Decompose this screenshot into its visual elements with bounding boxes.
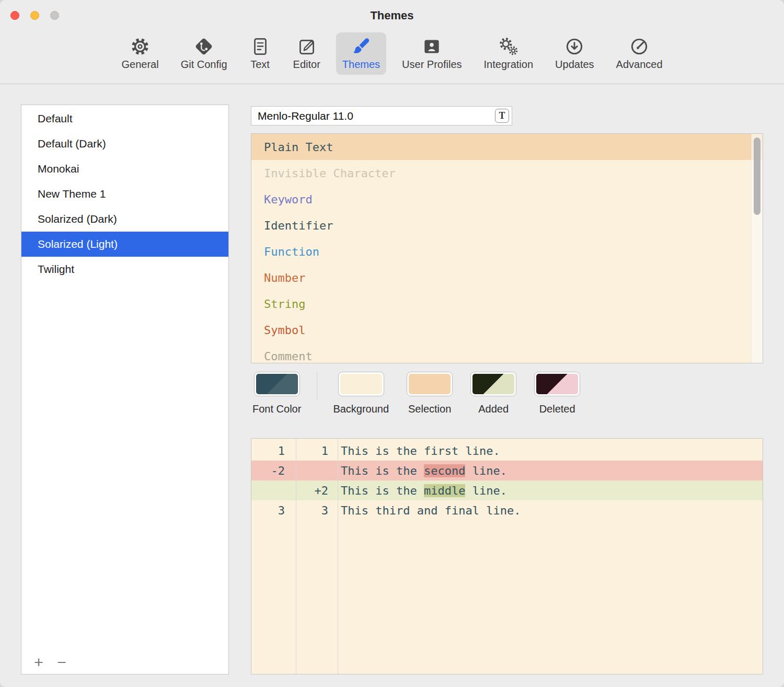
toolbar-item-label: Integration (484, 59, 534, 71)
style-row-string[interactable]: String (251, 291, 763, 317)
swatch-label: Background (333, 403, 389, 415)
diff-old-line-number: 1 (251, 444, 296, 457)
diff-text-segment: This is the first line. (341, 444, 500, 457)
toolbar-item-label: Git Config (181, 59, 227, 71)
style-row-plain-text[interactable]: Plain Text (251, 134, 763, 160)
theme-list-item-default[interactable]: Default (21, 106, 228, 131)
toolbar-item-integration[interactable]: Integration (478, 32, 540, 75)
diff-row-context: 11This is the first line. (251, 441, 763, 461)
swatch-well-deleted[interactable] (534, 372, 580, 396)
toolbar-item-label: Updates (555, 59, 594, 71)
gutter-divider-2 (338, 439, 338, 674)
toolbar-item-updates[interactable]: Updates (549, 32, 601, 75)
theme-list: DefaultDefault (Dark)MonokaiNew Theme 1S… (21, 105, 228, 282)
swatch-well-selection[interactable] (407, 372, 453, 396)
scrollbar-track[interactable] (751, 134, 763, 363)
theme-list-panel: DefaultDefault (Dark)MonokaiNew Theme 1S… (21, 105, 229, 674)
toolbar-item-label: Editor (293, 59, 320, 71)
toolbar-item-text[interactable]: Text (243, 32, 278, 75)
diff-old-line-number: -2 (251, 464, 296, 477)
swatch-group-deleted: Deleted (534, 372, 580, 415)
style-name: Identifier (264, 219, 333, 232)
font-value: Menlo-Regular 11.0 (258, 110, 353, 122)
diff-text: This is the middle line. (338, 484, 763, 497)
diff-new-line-number: 3 (296, 504, 338, 517)
titlebar: Themes (0, 0, 784, 31)
swatch-well-background[interactable] (338, 372, 384, 396)
swatch-well-added[interactable] (470, 372, 516, 396)
style-name: Function (264, 245, 319, 258)
toolbar-item-general[interactable]: General (115, 32, 165, 75)
style-name: Symbol (264, 324, 305, 337)
theme-list-item-twilight[interactable]: Twilight (21, 257, 228, 282)
diff-rows: 11This is the first line.-2This is the s… (251, 439, 763, 520)
remove-theme-button[interactable]: − (52, 654, 72, 671)
diff-row-deleted: -2This is the second line. (251, 461, 763, 480)
gears-icon (498, 36, 520, 58)
color-swatches: Font ColorBackgroundSelectionAddedDelete… (252, 372, 580, 415)
scrollbar-thumb[interactable] (754, 138, 760, 215)
diff-new-line-number: +2 (296, 484, 338, 497)
toolbar-item-label: User Profiles (402, 59, 462, 71)
swatch-label: Added (478, 403, 509, 415)
editor-pencil-icon (296, 36, 318, 58)
style-name: Invisible Character (264, 167, 396, 180)
style-row-number[interactable]: Number (251, 265, 763, 291)
diff-old-line-number: 3 (251, 504, 296, 517)
style-row-invisible-character[interactable]: Invisible Character (251, 160, 763, 186)
font-field[interactable]: Menlo-Regular 11.0 T (251, 106, 512, 125)
style-row-symbol[interactable]: Symbol (251, 317, 763, 343)
toolbar-item-label: Text (250, 59, 270, 71)
toolbar-item-label: Advanced (616, 59, 663, 71)
theme-list-item-default-dark[interactable]: Default (Dark) (21, 131, 228, 156)
swatch-fill (472, 374, 514, 394)
swatch-group-added: Added (470, 372, 516, 415)
diff-text-segment: line. (465, 464, 506, 477)
swatch-fill (536, 374, 578, 394)
swatch-label: Deleted (539, 403, 575, 415)
diff-word-highlight: middle (424, 484, 465, 497)
swatch-label: Font Color (252, 403, 301, 415)
diff-preview: 11This is the first line.-2This is the s… (251, 438, 763, 674)
diff-word-highlight: second (424, 464, 465, 477)
toolbar-item-editor[interactable]: Editor (287, 32, 327, 75)
swatch-fill (340, 374, 382, 394)
theme-list-item-new-theme-1[interactable]: New Theme 1 (21, 181, 228, 207)
swatch-fill (409, 374, 451, 394)
diff-text: This third and final line. (338, 504, 763, 517)
style-row-keyword[interactable]: Keyword (251, 186, 763, 212)
swatch-well-font-color[interactable] (254, 372, 300, 396)
toolbar-item-themes[interactable]: Themes (336, 32, 386, 75)
style-name: Keyword (264, 193, 313, 206)
diff-new-line-number: 1 (296, 444, 338, 457)
diff-text-segment: This is the (341, 484, 424, 497)
user-card-icon (421, 36, 443, 58)
swatch-label: Selection (408, 403, 451, 415)
preferences-window: Themes GeneralGit ConfigTextEditorThemes… (0, 0, 784, 687)
diff-text: This is the first line. (338, 444, 763, 457)
diff-text-segment: line. (465, 484, 506, 497)
toolbar-item-advanced[interactable]: Advanced (610, 32, 669, 75)
toolbar-item-user-profiles[interactable]: User Profiles (396, 32, 468, 75)
toolbar-item-label: General (121, 59, 158, 71)
content-area: DefaultDefault (Dark)MonokaiNew Theme 1S… (0, 84, 784, 687)
style-row-identifier[interactable]: Identifier (251, 212, 763, 238)
theme-list-item-solarized-light[interactable]: Solarized (Light) (21, 232, 228, 257)
style-name: Comment (264, 350, 313, 363)
add-theme-button[interactable]: + (29, 654, 49, 671)
style-row-comment[interactable]: Comment (251, 343, 763, 363)
diff-text-segment: This third and final line. (341, 504, 521, 517)
preferences-toolbar: GeneralGit ConfigTextEditorThemesUser Pr… (0, 31, 784, 84)
theme-list-item-monokai[interactable]: Monokai (21, 156, 228, 181)
font-picker-button[interactable]: T (495, 109, 509, 123)
style-row-function[interactable]: Function (251, 238, 763, 265)
swatch-group-background: Background (333, 372, 389, 415)
toolbar-item-git-config[interactable]: Git Config (175, 32, 234, 75)
style-preview: Plain TextInvisible CharacterKeywordIden… (251, 133, 763, 363)
gear-icon (129, 36, 151, 58)
toolbar-item-label: Themes (342, 59, 380, 71)
style-rows: Plain TextInvisible CharacterKeywordIden… (251, 134, 763, 363)
theme-list-item-solarized-dark[interactable]: Solarized (Dark) (21, 207, 228, 232)
advanced-dial-icon (628, 36, 650, 58)
gutter-divider-1 (296, 439, 296, 674)
